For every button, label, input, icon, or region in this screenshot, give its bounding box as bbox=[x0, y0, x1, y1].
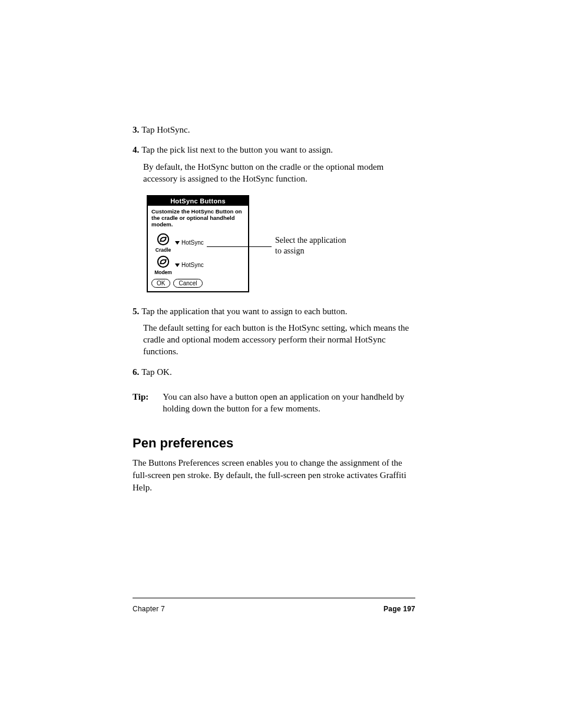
hotsync-icon bbox=[151, 255, 175, 269]
step-5-subtext: The default setting for each button is t… bbox=[143, 322, 415, 358]
footer-rule bbox=[133, 598, 415, 598]
modem-label: Modem bbox=[151, 269, 175, 275]
tip-block: Tip: You can also have a button open an … bbox=[133, 391, 415, 415]
pen-preferences-heading: Pen preferences bbox=[133, 436, 415, 451]
step-5-text: Tap the application that you want to ass… bbox=[141, 307, 347, 316]
step-3-number: 3. bbox=[133, 125, 139, 134]
cancel-button[interactable]: Cancel bbox=[173, 279, 202, 288]
modem-row: Modem HotSync bbox=[151, 255, 244, 275]
footer-page: Page 197 bbox=[384, 605, 415, 613]
tip-label: Tip: bbox=[133, 391, 148, 403]
hotsync-dialog-figure: HotSync Buttons Customize the HotSync Bu… bbox=[147, 195, 415, 292]
step-6-text: Tap OK. bbox=[141, 367, 171, 377]
dropdown-arrow-icon bbox=[175, 263, 180, 267]
svg-point-0 bbox=[158, 233, 168, 244]
cradle-row: Cradle HotSync bbox=[151, 233, 244, 253]
footer-chapter: Chapter 7 bbox=[133, 605, 165, 613]
tip-body: You can also have a button open an appli… bbox=[163, 391, 415, 415]
modem-picker[interactable]: HotSync bbox=[175, 262, 204, 268]
hotsync-icon bbox=[151, 233, 175, 247]
modem-picker-value: HotSync bbox=[181, 262, 204, 268]
step-4-number: 4. bbox=[133, 145, 139, 154]
step-3-text: Tap HotSync. bbox=[141, 125, 190, 134]
dialog-description: Customize the HotSync Button on the crad… bbox=[151, 208, 244, 228]
hotsync-buttons-dialog: HotSync Buttons Customize the HotSync Bu… bbox=[147, 195, 249, 292]
callout-leader-line bbox=[207, 246, 272, 247]
ok-button[interactable]: OK bbox=[151, 279, 170, 288]
cradle-picker-value: HotSync bbox=[181, 239, 204, 246]
step-4-text: Tap the pick list next to the button you… bbox=[141, 145, 333, 154]
step-4-subtext: By default, the HotSync button on the cr… bbox=[143, 161, 415, 185]
dropdown-arrow-icon bbox=[175, 241, 180, 245]
step-6-number: 6. bbox=[133, 367, 139, 377]
step-5-number: 5. bbox=[133, 307, 139, 316]
cradle-picker[interactable]: HotSync bbox=[175, 239, 204, 246]
svg-point-1 bbox=[158, 256, 168, 266]
cradle-label: Cradle bbox=[151, 247, 175, 253]
callout-text: Select the application to assign bbox=[275, 235, 352, 256]
dialog-title: HotSync Buttons bbox=[148, 196, 248, 206]
pen-preferences-body: The Buttons Preferences screen enables y… bbox=[133, 457, 415, 493]
